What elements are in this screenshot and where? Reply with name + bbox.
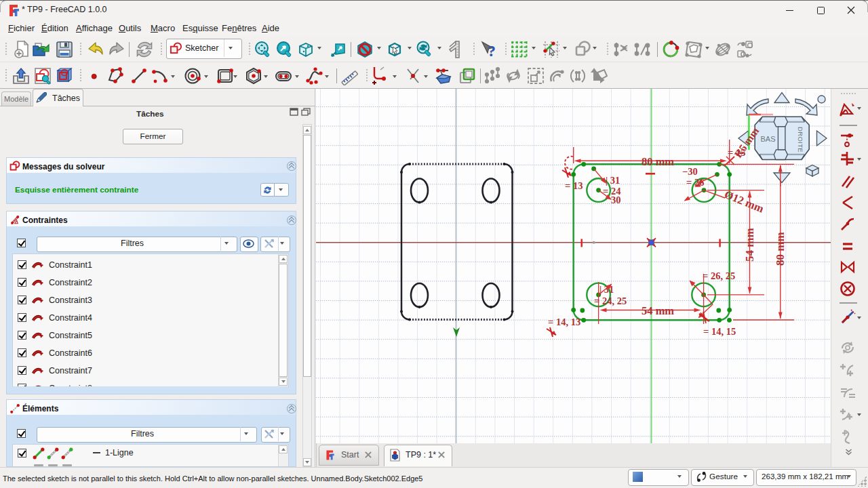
svg-text:30: 30 (611, 195, 621, 205)
svg-text:= 14, 13: = 14, 13 (548, 317, 580, 327)
svg-text:= 26, 25: = 26, 25 (703, 270, 735, 281)
svg-text:| 31: | 31 (606, 175, 620, 186)
svg-text:54 mm: 54 mm (642, 304, 674, 317)
svg-text:DROITE: DROITE (797, 127, 804, 152)
svg-text:= 24, 25: = 24, 25 (594, 296, 627, 306)
svg-text:80 mm: 80 mm (642, 155, 674, 168)
svg-text:54 mm: 54 mm (743, 228, 756, 262)
svg-text:| 31: | 31 (599, 284, 614, 295)
svg-text:= 26: = 26 (686, 177, 704, 188)
svg-text:BAS: BAS (761, 135, 776, 143)
svg-text:= 14, 15: = 14, 15 (703, 326, 736, 337)
svg-text:?: ? (488, 42, 496, 59)
svg-text:= 13: = 13 (565, 180, 583, 191)
svg-text:−30: −30 (682, 166, 698, 177)
svg-text:80 mm: 80 mm (774, 232, 787, 266)
